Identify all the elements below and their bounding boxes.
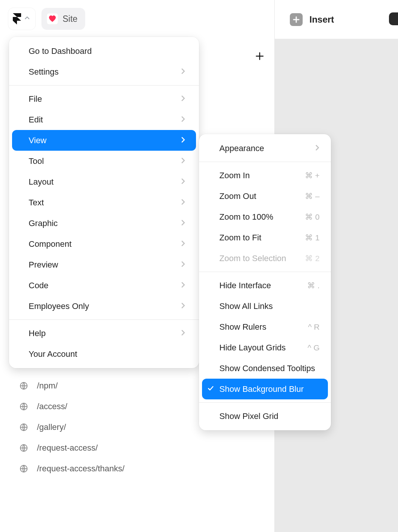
menu-item-label: Your Account [29,349,77,359]
menu-item-label: Help [29,329,46,338]
shortcut-label: ⌘ 2 [305,254,320,263]
page-path: /request-access/ [37,443,98,453]
page-item[interactable]: /request-access/thanks/ [20,458,246,479]
submenu-item-label: Show Rulers [219,322,266,332]
menu-item-label: Graphic [29,219,58,228]
menu-item-label: Settings [29,67,59,77]
right-panel-header: Insert [275,0,398,39]
chevron-right-icon [181,115,185,125]
submenu-item-label: Show Pixel Grid [219,411,279,421]
page-path: /access/ [37,402,67,411]
submenu-item-hide-interface[interactable]: Hide Interface ⌘ . [202,275,328,296]
main-menu: Go to Dashboard Settings File Edit View … [9,37,199,368]
view-submenu: Appearance Zoom In ⌘ + Zoom Out ⌘ – Zoom… [199,134,331,430]
globe-icon [20,382,28,390]
menu-item-settings[interactable]: Settings [12,61,196,82]
submenu-item-zoom-in[interactable]: Zoom In ⌘ + [202,165,328,186]
menu-divider [199,272,331,272]
submenu-item-label: Hide Layout Grids [219,343,286,353]
submenu-item-show-rulers[interactable]: Show Rulers ^ R [202,316,328,337]
check-icon [207,384,214,394]
chevron-right-icon [315,144,320,153]
page-path: /npm/ [37,381,58,391]
menu-item-label: Edit [29,115,43,125]
menu-item-account[interactable]: Your Account [12,344,196,364]
menu-divider [199,162,331,162]
menu-item-label: Tool [29,156,44,166]
submenu-item-tooltips[interactable]: Show Condensed Tooltips [202,358,328,379]
menu-item-label: View [29,136,46,145]
menu-item-label: Go to Dashboard [29,46,92,56]
chevron-right-icon [181,219,185,228]
menu-item-edit[interactable]: Edit [12,109,196,130]
menu-item-dashboard[interactable]: Go to Dashboard [12,41,196,61]
menu-item-text[interactable]: Text [12,192,196,213]
menu-divider [9,320,199,320]
submenu-item-label: Appearance [219,144,264,153]
menu-item-preview[interactable]: Preview [12,254,196,275]
menu-item-label: Text [29,198,44,208]
chevron-right-icon [181,156,185,166]
menu-item-label: Layout [29,177,54,187]
shortcut-label: ⌘ + [305,171,320,180]
add-page-icon[interactable] [256,51,264,63]
submenu-item-label: Zoom Out [219,191,256,201]
globe-icon [20,402,28,411]
chevron-right-icon [181,177,185,187]
chevron-right-icon [181,281,185,290]
page-item[interactable]: /request-access/ [20,437,246,458]
menu-item-view[interactable]: View [12,130,196,151]
submenu-item-label: Hide Interface [219,281,271,290]
chevron-right-icon [181,67,185,77]
shortcut-label: ⌘ . [307,281,320,290]
submenu-item-label: Show Background Blur [219,384,304,394]
globe-icon [20,444,28,452]
submenu-item-appearance[interactable]: Appearance [202,138,328,159]
menu-item-label: Employees Only [29,301,89,311]
shortcut-label: ⌘ 0 [305,212,320,222]
menu-item-layout[interactable]: Layout [12,171,196,192]
chevron-right-icon [181,301,185,311]
submenu-item-show-links[interactable]: Show All Links [202,296,328,316]
chevron-right-icon [181,94,185,104]
menu-item-label: File [29,94,42,104]
menu-item-graphic[interactable]: Graphic [12,213,196,234]
page-path: /gallery/ [37,422,66,432]
menu-item-label: Preview [29,260,58,270]
submenu-item-label: Show All Links [219,301,273,311]
menu-divider [199,402,331,403]
menu-item-label: Code [29,281,49,290]
menu-item-tool[interactable]: Tool [12,151,196,171]
shortcut-label: ⌘ – [305,192,320,201]
page-path: /request-access/thanks/ [37,464,124,474]
submenu-item-label: Zoom to Fit [219,233,261,243]
menu-item-file[interactable]: File [12,89,196,109]
shortcut-label: ⌘ 1 [305,233,320,242]
submenu-item-zoom-100[interactable]: Zoom to 100% ⌘ 0 [202,206,328,227]
chevron-right-icon [181,198,185,208]
globe-icon [20,465,28,473]
globe-icon [20,423,28,431]
insert-plus-icon[interactable] [290,13,303,26]
menu-divider [9,85,199,86]
submenu-item-label: Zoom to 100% [219,212,273,222]
submenu-item-zoom-out[interactable]: Zoom Out ⌘ – [202,186,328,206]
menu-item-help[interactable]: Help [12,323,196,344]
chevron-right-icon [181,136,185,145]
submenu-item-zoom-selection: Zoom to Selection ⌘ 2 [202,248,328,269]
submenu-item-pixel-grid[interactable]: Show Pixel Grid [202,406,328,427]
shortcut-label: ^ R [308,323,320,332]
insert-label[interactable]: Insert [309,14,334,25]
menu-item-code[interactable]: Code [12,275,196,296]
submenu-item-label: Zoom to Selection [219,254,286,263]
menu-item-employees[interactable]: Employees Only [12,296,196,316]
submenu-item-hide-grids[interactable]: Hide Layout Grids ^ G [202,337,328,358]
submenu-item-label: Zoom In [219,171,250,180]
menu-item-component[interactable]: Component [12,234,196,254]
submenu-item-bg-blur[interactable]: Show Background Blur [202,379,328,399]
shortcut-label: ^ G [308,343,320,352]
chevron-right-icon [181,239,185,249]
submenu-item-zoom-fit[interactable]: Zoom to Fit ⌘ 1 [202,227,328,248]
collapsed-button[interactable] [389,12,398,25]
submenu-item-label: Show Condensed Tooltips [219,364,315,373]
